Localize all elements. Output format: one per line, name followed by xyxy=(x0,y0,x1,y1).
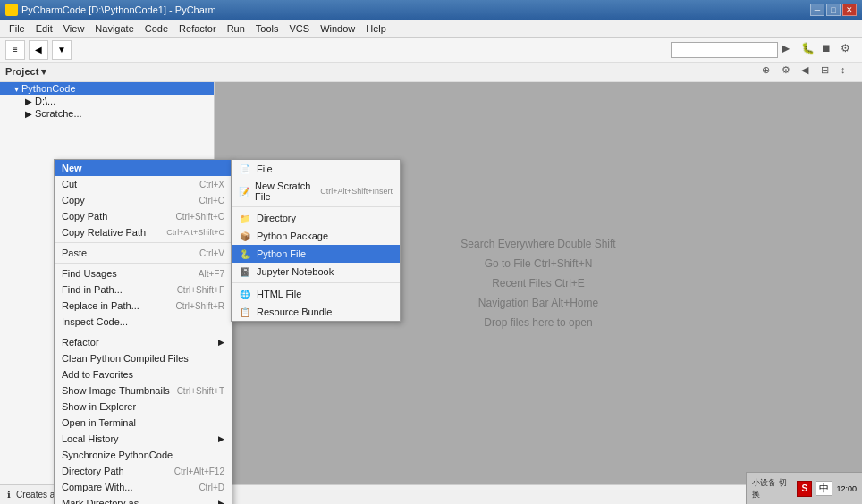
ctx-cut[interactable]: Cut Ctrl+X xyxy=(55,176,232,192)
sub-sep-2 xyxy=(232,282,400,283)
html-icon: 🌐 xyxy=(239,288,251,300)
project-bar-icon2[interactable]: ⚙ xyxy=(782,64,798,80)
menu-edit[interactable]: Edit xyxy=(30,20,58,37)
maximize-button[interactable]: □ xyxy=(826,4,841,16)
ctx-copy[interactable]: Copy Ctrl+C xyxy=(55,192,232,208)
ctx-local-history[interactable]: Local History ▶ xyxy=(55,431,232,447)
debug-button[interactable]: 🐛 xyxy=(801,42,817,58)
ctx-show-explorer[interactable]: Show in Explorer xyxy=(55,399,232,415)
ctx-local-history-label: Local History xyxy=(62,433,119,444)
tree-item-scratch[interactable]: ▶ Scratche... xyxy=(0,107,214,120)
menu-code[interactable]: Code xyxy=(139,20,173,37)
ctx-inspect[interactable]: Inspect Code... xyxy=(55,314,232,330)
ctx-copy-path[interactable]: Copy Path Ctrl+Shift+C xyxy=(55,208,232,224)
close-button[interactable]: ✕ xyxy=(842,4,857,16)
resource-icon: 📋 xyxy=(239,306,251,318)
ctx-sep-2 xyxy=(55,263,232,264)
ctx-thumbnails-shortcut: Ctrl+Shift+T xyxy=(177,386,224,396)
ctx-synchronize-label: Synchronize PythonCode xyxy=(62,449,173,460)
ctx-copy-relative[interactable]: Copy Relative Path Ctrl+Alt+Shift+C xyxy=(55,224,232,240)
ctx-clean[interactable]: Clean Python Compiled Files xyxy=(55,350,232,366)
menu-help[interactable]: Help xyxy=(360,20,392,37)
toolbar-btn-1[interactable]: ≡ xyxy=(5,40,25,60)
ctx-copy-shortcut: Ctrl+C xyxy=(199,196,224,206)
tray-clock: 12:00 xyxy=(836,484,857,493)
project-label[interactable]: Project ▾ xyxy=(5,66,46,78)
directory-icon: 📁 xyxy=(239,212,251,224)
toolbar-btn-2[interactable]: ◀ xyxy=(29,40,48,60)
file-icon: 📄 xyxy=(239,163,251,175)
ctx-open-terminal[interactable]: Open in Terminal xyxy=(55,415,232,431)
hint-goto: Go to File Ctrl+Shift+N xyxy=(485,257,593,270)
menu-refactor[interactable]: Refactor xyxy=(173,20,222,37)
ctx-inspect-label: Inspect Code... xyxy=(62,316,128,327)
sub-file[interactable]: 📄 File xyxy=(232,160,400,178)
ctx-find-usages-label: Find Usages xyxy=(62,268,117,279)
hint-drop: Drop files here to open xyxy=(484,316,592,329)
project-bar-icon3[interactable]: ◀ xyxy=(801,64,817,80)
main-layout: ▾ PythonCode ▶ D:\... ▶ Scratche... New … xyxy=(0,82,862,484)
sub-scratch-label: New Scratch File xyxy=(255,181,315,202)
ctx-replace-path[interactable]: Replace in Path... Ctrl+Shift+R xyxy=(55,298,232,314)
sub-directory-label: Directory xyxy=(257,213,296,223)
sub-resource-bundle[interactable]: 📋 Resource Bundle xyxy=(232,303,400,321)
ctx-thumbnails-label: Show Image Thumbnails xyxy=(62,385,170,396)
sub-scratch-file[interactable]: 📝 New Scratch File Ctrl+Alt+Shift+Insert xyxy=(232,178,400,205)
tree-item-d-drive[interactable]: ▶ D:\... xyxy=(0,95,214,107)
sub-directory[interactable]: 📁 Directory xyxy=(232,209,400,227)
toolbar-btn-3[interactable]: ▼ xyxy=(52,40,72,60)
ctx-show-explorer-label: Show in Explorer xyxy=(62,401,136,412)
sub-html-label: HTML File xyxy=(257,289,301,299)
tree-label-d: D:\... xyxy=(35,96,55,106)
submenu-new: 📄 File 📝 New Scratch File Ctrl+Alt+Shift… xyxy=(231,159,401,322)
ctx-refactor[interactable]: Refactor ▶ xyxy=(55,334,232,350)
sub-python-package[interactable]: 📦 Python Package xyxy=(232,227,400,245)
python-file-icon: 🐍 xyxy=(239,248,251,260)
ctx-find-usages[interactable]: Find Usages Alt+F7 xyxy=(55,265,232,281)
ctx-dir-path-shortcut: Ctrl+Alt+F12 xyxy=(174,466,224,476)
sub-jupyter[interactable]: 📓 Jupyter Notebook xyxy=(232,263,400,281)
sub-html[interactable]: 🌐 HTML File xyxy=(232,285,400,303)
ctx-thumbnails[interactable]: Show Image Thumbnails Ctrl+Shift+T xyxy=(55,382,232,399)
ctx-synchronize[interactable]: Synchronize PythonCode xyxy=(55,447,232,463)
menu-vcs[interactable]: VCS xyxy=(284,20,316,37)
context-menu: New Cut Ctrl+X Copy Ctrl+C Copy Path Ctr… xyxy=(54,159,232,504)
ctx-paste[interactable]: Paste Ctrl+V xyxy=(55,245,232,261)
ctx-local-history-arrow: ▶ xyxy=(218,434,224,443)
menu-view[interactable]: View xyxy=(58,20,90,37)
menu-tools[interactable]: Tools xyxy=(250,20,284,37)
ctx-sep-1 xyxy=(55,242,232,243)
sub-python-file[interactable]: 🐍 Python File xyxy=(232,245,400,263)
menu-bar: File Edit View Navigate Code Refactor Ru… xyxy=(0,20,862,38)
project-bar-icon5[interactable]: ↕ xyxy=(841,64,857,80)
project-bar-icon1[interactable]: ⊕ xyxy=(762,64,778,80)
ctx-refactor-label: Refactor xyxy=(62,337,99,348)
menu-navigate[interactable]: Navigate xyxy=(89,20,139,37)
run-button[interactable]: ▶ xyxy=(782,42,798,58)
toolbar-search-dropdown[interactable] xyxy=(671,42,778,58)
ctx-replace-path-shortcut: Ctrl+Shift+R xyxy=(176,301,224,311)
ctx-add-favorites[interactable]: Add to Favorites xyxy=(55,366,232,382)
ctx-dir-path-label: Directory Path xyxy=(62,466,124,476)
menu-run[interactable]: Run xyxy=(222,20,250,37)
ctx-compare[interactable]: Compare With... Ctrl+D xyxy=(55,479,232,495)
ctx-mark-dir[interactable]: Mark Directory as ▶ xyxy=(55,495,232,504)
tray-icon-s[interactable]: S xyxy=(797,481,812,497)
context-menu-header: New xyxy=(55,160,232,176)
ctx-copy-path-label: Copy Path xyxy=(62,211,107,222)
project-bar-icon4[interactable]: ⊟ xyxy=(821,64,837,80)
toolbar: ≡ ◀ ▼ ▶ 🐛 ⏹ ⚙ xyxy=(0,38,862,63)
sub-sep-1 xyxy=(232,206,400,207)
stop-button[interactable]: ⏹ xyxy=(821,42,837,58)
tray-label-2: 中 xyxy=(816,481,832,496)
ctx-find-path[interactable]: Find in Path... Ctrl+Shift+F xyxy=(55,281,232,298)
settings-button[interactable]: ⚙ xyxy=(841,42,857,58)
tree-item-pythoncode[interactable]: ▾ PythonCode xyxy=(0,82,214,95)
minimize-button[interactable]: ─ xyxy=(810,4,824,16)
menu-window[interactable]: Window xyxy=(315,20,360,37)
tree-label-pythoncode: PythonCode xyxy=(21,83,76,94)
menu-file[interactable]: File xyxy=(4,20,30,37)
sub-jupyter-label: Jupyter Notebook xyxy=(257,266,334,277)
ctx-dir-path[interactable]: Directory Path Ctrl+Alt+F12 xyxy=(55,463,232,479)
sub-python-file-label: Python File xyxy=(257,248,306,259)
